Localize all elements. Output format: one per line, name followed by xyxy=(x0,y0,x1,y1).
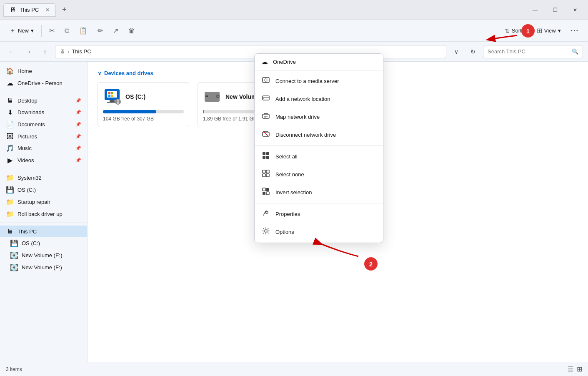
sidebar-item-thispc[interactable]: 🖥 This PC xyxy=(0,226,87,237)
paste-button[interactable]: 📋 xyxy=(75,24,92,37)
share-button[interactable]: ↗ xyxy=(109,24,123,37)
sidebar-item-new-vol-e[interactable]: 💽 New Volume (E:) xyxy=(0,249,87,261)
invert-selection-icon xyxy=(261,187,270,198)
sidebar-newvolf-label: New Volume (F:) xyxy=(22,264,62,271)
tab-label: This PC xyxy=(20,7,39,13)
svg-rect-26 xyxy=(263,132,269,136)
onedrive-menu-icon: ☁ xyxy=(261,58,268,66)
sidebar-item-osc[interactable]: 💾 OS (C:) xyxy=(0,184,87,196)
menu-item-map-drive[interactable]: Map network drive xyxy=(255,108,383,126)
cut-button[interactable]: ✂ xyxy=(45,24,59,37)
menu-item-onedrive[interactable]: ☁ OneDrive xyxy=(255,55,383,68)
sidebar-item-downloads[interactable]: ⬇ Downloads 📌 xyxy=(0,106,87,118)
sidebar-item-system32[interactable]: 📁 System32 xyxy=(0,172,87,184)
refresh-button[interactable]: ↻ xyxy=(466,45,480,58)
sidebar-item-rollback[interactable]: 📁 Roll back driver up xyxy=(0,208,87,220)
documents-pin-icon: 📌 xyxy=(75,122,81,127)
window-controls: — ❐ ✕ xyxy=(525,3,585,18)
sidebar-divider-3 xyxy=(0,223,87,223)
sidebar-item-music[interactable]: 🎵 Music 📌 xyxy=(0,142,87,154)
more-button[interactable]: ··· xyxy=(567,25,583,37)
copy-button[interactable]: ⧉ xyxy=(60,25,73,37)
pin-icon: 📌 xyxy=(75,98,81,103)
rename-button[interactable]: ✏ xyxy=(93,24,107,37)
select-all-icon xyxy=(261,151,270,162)
up-button[interactable]: ↑ xyxy=(38,45,52,58)
view-icon: ⊞ xyxy=(537,27,542,35)
menu-map-drive-label: Map network drive xyxy=(275,114,320,120)
svg-rect-31 xyxy=(266,156,269,159)
svg-rect-32 xyxy=(263,170,265,173)
new-tab-button[interactable]: + xyxy=(58,4,70,16)
sidebar-item-new-vol-f[interactable]: 💽 New Volume (F:) xyxy=(0,261,87,273)
close-button[interactable]: ✕ xyxy=(565,3,585,18)
sidebar-item-home[interactable]: 🏠 Home xyxy=(0,65,87,77)
f-drive-svg xyxy=(203,88,221,106)
forward-button[interactable]: → xyxy=(22,45,35,58)
view-button[interactable]: ⊞ View ▾ xyxy=(533,24,565,37)
maximize-button[interactable]: ❐ xyxy=(545,3,565,18)
menu-item-invert-selection[interactable]: Invert selection xyxy=(255,183,383,201)
menu-item-disconnect-drive[interactable]: Disconnect network drive xyxy=(255,126,383,144)
drive-icon-c xyxy=(103,88,121,106)
startup-icon: 📁 xyxy=(6,198,14,206)
status-right: ☰ ⊞ xyxy=(568,365,582,373)
path-separator: › xyxy=(68,48,69,55)
main-tab[interactable]: 🖥 This PC ✕ xyxy=(3,3,56,17)
delete-button[interactable]: 🗑 xyxy=(124,25,139,37)
sidebar-downloads-label: Downloads xyxy=(18,109,44,115)
menu-onedrive-label: OneDrive xyxy=(273,59,296,65)
list-view-icon[interactable]: ☰ xyxy=(568,365,573,373)
videos-icon: ▶ xyxy=(6,156,14,164)
sidebar-videos-label: Videos xyxy=(18,157,34,163)
sidebar-item-startup[interactable]: 📁 Startup repair xyxy=(0,196,87,208)
sidebar-item-onedrive[interactable]: ☁ OneDrive - Person xyxy=(0,77,87,89)
copy-icon: ⧉ xyxy=(65,27,69,35)
minimize-button[interactable]: — xyxy=(525,3,545,18)
grid-view-icon[interactable]: ⊞ xyxy=(577,365,582,373)
search-input[interactable] xyxy=(488,48,569,55)
svg-rect-20 xyxy=(263,96,269,100)
sidebar-item-documents[interactable]: 📄 Documents 📌 xyxy=(0,118,87,130)
sidebar-item-desktop[interactable]: 🖥 Desktop 📌 xyxy=(0,95,87,106)
sidebar-music-label: Music xyxy=(18,145,32,151)
address-path[interactable]: 🖥 › This PC xyxy=(55,45,446,58)
tab-close-button[interactable]: ✕ xyxy=(45,7,50,13)
sidebar-item-videos[interactable]: ▶ Videos 📌 xyxy=(0,154,87,166)
svg-rect-35 xyxy=(266,174,269,177)
tab-pc-icon: 🖥 xyxy=(10,6,16,14)
onedrive-icon: ☁ xyxy=(6,79,14,87)
path-pc-icon: 🖥 xyxy=(60,48,65,55)
new-chevron-icon: ▾ xyxy=(31,28,34,34)
new-icon: ＋ xyxy=(9,26,16,35)
delete-icon: 🗑 xyxy=(128,27,135,35)
menu-item-network-location[interactable]: Add a network location xyxy=(255,90,383,108)
sidebar-divider-2 xyxy=(0,169,87,169)
svg-rect-29 xyxy=(266,152,269,155)
menu-select-all-label: Select all xyxy=(275,153,298,160)
menu-item-select-none[interactable]: Select none xyxy=(255,165,383,183)
drive-card-c[interactable]: OS (C:) 104 GB free of 307 GB xyxy=(98,82,189,127)
menu-item-options[interactable]: Options xyxy=(255,223,383,241)
svg-point-15 xyxy=(217,95,219,97)
menu-sep-2 xyxy=(255,203,383,203)
menu-item-media-server[interactable]: Connect to a media server xyxy=(255,72,383,90)
menu-item-select-all[interactable]: Select all xyxy=(255,148,383,165)
tab-area: 🖥 This PC ✕ + xyxy=(3,3,525,17)
sidebar-item-pictures[interactable]: 🖼 Pictures 📌 xyxy=(0,130,87,142)
system32-icon: 📁 xyxy=(6,174,14,182)
rollback-icon: 📁 xyxy=(6,210,14,218)
back-button[interactable]: ← xyxy=(5,45,18,58)
svg-rect-7 xyxy=(111,95,113,97)
network-svg xyxy=(262,94,270,102)
path-chevron-button[interactable]: ∨ xyxy=(450,45,463,58)
section-chevron-icon: ∨ xyxy=(98,70,102,76)
properties-icon xyxy=(261,209,270,219)
new-button[interactable]: ＋ New ▾ xyxy=(5,24,38,38)
menu-item-properties[interactable]: Properties xyxy=(255,205,383,223)
select-none-svg xyxy=(262,169,270,178)
cut-icon: ✂ xyxy=(49,27,55,35)
properties-svg xyxy=(262,209,270,217)
sidebar-thispc-label: This PC xyxy=(18,228,37,235)
sidebar-item-osc2[interactable]: 💾 OS (C:) xyxy=(0,237,87,249)
